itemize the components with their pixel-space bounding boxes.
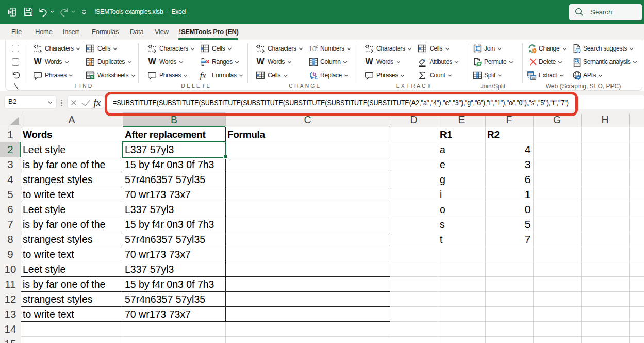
svg-text:W: W bbox=[34, 57, 42, 66]
svg-text:c: c bbox=[314, 74, 318, 80]
svg-text:W: W bbox=[148, 57, 156, 66]
svg-text:fx: fx bbox=[200, 71, 207, 80]
svg-text:W: W bbox=[256, 57, 265, 66]
svg-text:fx: fx bbox=[94, 97, 101, 108]
svg-text:2: 2 bbox=[316, 44, 318, 49]
svg-text:W: W bbox=[365, 57, 373, 66]
